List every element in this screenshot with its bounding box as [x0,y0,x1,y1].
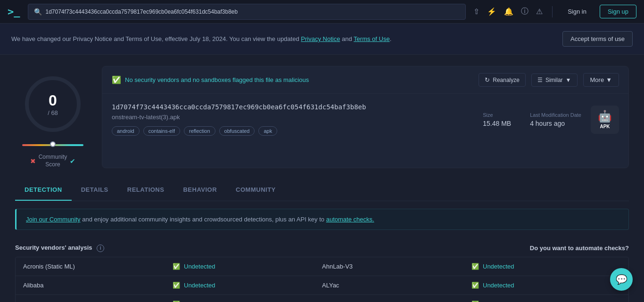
reanalyze-icon: ↻ [485,76,490,83]
check-icon: ✅ [173,263,180,270]
automate-checks: Do you want to automate checks? [530,245,629,252]
gradient-thumb [50,141,56,147]
file-meta: Size 15.48 MB Last Modification Date 4 h… [483,112,581,127]
join-community-link[interactable]: Join our Community [26,216,81,223]
tab-detection[interactable]: DETECTION [15,180,72,201]
status-left: ✅ No security vendors and no sandboxes f… [112,75,309,84]
apk-label: APK [600,124,610,129]
vendor-status: ✅ Undetected [173,282,322,289]
nav-divider [552,6,553,17]
tag-obfuscated[interactable]: obfuscated [219,126,255,136]
banner-text: We have changed our Privacy Notice and T… [11,35,391,42]
info-panel: ✅ No security vendors and no sandboxes f… [102,66,629,168]
check-icon: ✅ [173,282,180,289]
accept-terms-button[interactable]: Accept terms of use [562,31,633,47]
terms-link[interactable]: Terms of Use [354,35,390,42]
tabs-section: DETECTION DETAILS RELATIONS BEHAVIOR COM… [0,180,644,201]
tabs: DETECTION DETAILS RELATIONS BEHAVIOR COM… [15,180,629,201]
join-banner-text: and enjoy additional community insights … [82,216,324,223]
search-icon: 🔍 [34,8,42,16]
lightning-icon[interactable]: ⚡ [487,7,496,16]
score-number: 0 [48,92,58,109]
notification-icon[interactable]: 🔔 [504,7,513,16]
main-content: 0 / 68 ✖ CommunityScore ✔ ✅ No security … [0,55,644,180]
community-check-icon: ✔ [70,157,75,165]
vendor-name: AhnLab-V3 [322,263,471,270]
check-icon: ✅ [471,282,479,289]
status-bar: ✅ No security vendors and no sandboxes f… [102,66,628,94]
vendor-status: ✅ Undetected [173,263,322,270]
table-row: Acronis (Static ML) ✅ Undetected AhnLab-… [16,257,628,276]
info-icon[interactable]: i [97,245,104,252]
security-header: Security vendors' analysis i Do you want… [15,237,629,257]
community-x-icon: ✖ [30,157,36,165]
score-circle: 0 / 68 [22,73,83,135]
search-input[interactable] [46,8,460,15]
vendor-table: Acronis (Static ML) ✅ Undetected AhnLab-… [15,257,629,302]
file-size: Size 15.48 MB [483,112,511,127]
tag-android[interactable]: android [112,126,140,136]
settings-icon[interactable]: ⚠ [536,7,543,16]
similar-icon: ☰ [537,77,543,83]
tag-reflection[interactable]: reflection [184,126,215,136]
chat-icon: 💬 [616,274,627,285]
tab-details[interactable]: DETAILS [72,180,118,201]
score-total: / 68 [48,109,58,116]
status-check-icon: ✅ [112,75,121,84]
size-value: 15.48 MB [483,120,511,127]
signup-button[interactable]: Sign up [600,5,636,18]
signin-button[interactable]: Sign in [562,5,592,18]
community-score: ✖ CommunityScore ✔ [30,154,76,168]
table-row: Antiy-AVL ✅ Undetected Arcabit ✅ Undetec… [16,295,628,302]
score-text: 0 / 68 [48,92,58,116]
more-button[interactable]: More ▼ [583,73,619,87]
vendor-status: ✅ Undetected [471,263,621,270]
automate-link[interactable]: automate checks. [326,216,374,223]
last-mod-value: 4 hours ago [530,120,581,127]
tab-community[interactable]: COMMUNITY [226,180,285,201]
score-section: 0 / 68 ✖ CommunityScore ✔ [15,66,91,168]
status-right: ↻ Reanalyze ☰ Similar ▼ More ▼ [479,73,619,87]
vendor-status: ✅ Undetected [471,282,621,289]
file-tags: android contains-elf reflection obfuscat… [112,126,483,136]
apk-robot-icon: 🤖 [598,110,612,123]
privacy-banner: We have changed our Privacy Notice and T… [0,24,644,55]
file-last-mod: Last Modification Date 4 hours ago [530,112,581,127]
vendor-name: Acronis (Static ML) [23,263,173,270]
join-banner: Join our Community and enjoy additional … [15,209,629,230]
size-label: Size [483,112,511,118]
help-icon[interactable]: ⓘ [521,7,528,16]
tab-behavior[interactable]: BEHAVIOR [173,180,226,201]
community-score-label: CommunityScore [39,154,67,168]
similar-button[interactable]: ☰ Similar ▼ [531,73,578,87]
nav-icons: ⇧ ⚡ 🔔 ⓘ ⚠ Sign in Sign up [473,5,636,18]
vendor-name: ALYac [322,282,471,289]
vendor-name: Alibaba [23,282,173,289]
last-mod-label: Last Modification Date [530,112,581,118]
security-title: Security vendors' analysis i [15,244,104,252]
more-chevron-icon: ▼ [606,76,612,83]
tag-apk[interactable]: apk [258,126,277,136]
file-hash: 1d7074f73c4443436cca0ccda7579817ec969cb0… [112,103,483,111]
gradient-indicator [22,140,83,146]
apk-icon: 🤖 APK [591,106,619,134]
reanalyze-button[interactable]: ↻ Reanalyze [479,73,526,87]
check-icon: ✅ [471,263,479,270]
logo: >_ [8,6,20,17]
file-name: onstream-tv-latest(3).apk [112,114,483,121]
chevron-down-icon: ▼ [566,77,571,83]
search-bar[interactable]: 🔍 [28,4,466,20]
file-info: 1d7074f73c4443436cca0ccda7579817ec969cb0… [102,94,628,145]
tab-relations[interactable]: RELATIONS [118,180,174,201]
chat-button[interactable]: 💬 [610,268,633,291]
upload-icon[interactable]: ⇧ [473,7,479,16]
security-section: Security vendors' analysis i Do you want… [15,237,629,302]
status-message: No security vendors and no sandboxes fla… [125,76,309,83]
table-row: Alibaba ✅ Undetected ALYac ✅ Undetected [16,276,628,295]
top-navigation: >_ 🔍 ⇧ ⚡ 🔔 ⓘ ⚠ Sign in Sign up [0,0,644,24]
tag-contains-elf[interactable]: contains-elf [143,126,180,136]
file-details: 1d7074f73c4443436cca0ccda7579817ec969cb0… [112,103,483,136]
privacy-notice-link[interactable]: Privacy Notice [301,35,340,42]
